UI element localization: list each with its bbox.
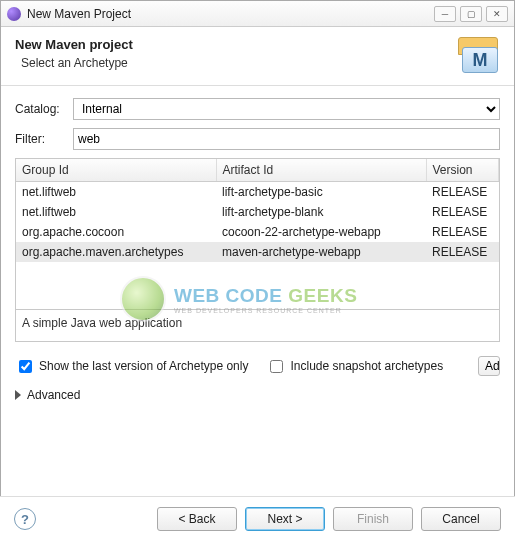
catalog-select[interactable]: Internal [73,98,500,120]
minimize-button[interactable]: ─ [434,6,456,22]
show-last-version-checkbox[interactable]: Show the last version of Archetype only [15,357,248,376]
maven-banner-icon: M [456,37,500,73]
col-version[interactable]: Version [426,159,499,182]
finish-button[interactable]: Finish [333,507,413,531]
catalog-label: Catalog: [15,102,65,116]
col-artifact-id[interactable]: Artifact Id [216,159,426,182]
table-row[interactable]: net.liftweb lift-archetype-basic RELEASE [16,182,499,203]
page-subtitle: Select an Archetype [15,56,446,70]
archetype-description: A simple Java web application [15,310,500,342]
wizard-header: New Maven project Select an Archetype M [1,27,514,86]
back-button[interactable]: < Back [157,507,237,531]
close-button[interactable]: ✕ [486,6,508,22]
title-bar: New Maven Project ─ ▢ ✕ [1,1,514,27]
maximize-button[interactable]: ▢ [460,6,482,22]
col-group-id[interactable]: Group Id [16,159,216,182]
help-button[interactable]: ? [14,508,36,530]
next-button[interactable]: Next > [245,507,325,531]
add-archetype-button[interactable]: Ad [478,356,500,376]
include-snapshot-input[interactable] [270,360,283,373]
table-row[interactable]: net.liftweb lift-archetype-blank RELEASE [16,202,499,222]
filter-label: Filter: [15,132,65,146]
archetype-table[interactable]: Group Id Artifact Id Version net.liftweb… [15,158,500,310]
table-row[interactable]: org.apache.cocoon cocoon-22-archetype-we… [16,222,499,242]
show-last-version-input[interactable] [19,360,32,373]
filter-input[interactable] [73,128,500,150]
wizard-footer: ? < Back Next > Finish Cancel [0,496,515,541]
cancel-button[interactable]: Cancel [421,507,501,531]
advanced-disclosure[interactable]: Advanced [15,388,500,402]
page-title: New Maven project [15,37,446,52]
app-icon [7,7,21,21]
window-title: New Maven Project [27,7,428,21]
chevron-right-icon [15,390,21,400]
include-snapshot-checkbox[interactable]: Include snapshot archetypes [266,357,443,376]
table-row[interactable]: org.apache.maven.archetypes maven-archet… [16,242,499,262]
